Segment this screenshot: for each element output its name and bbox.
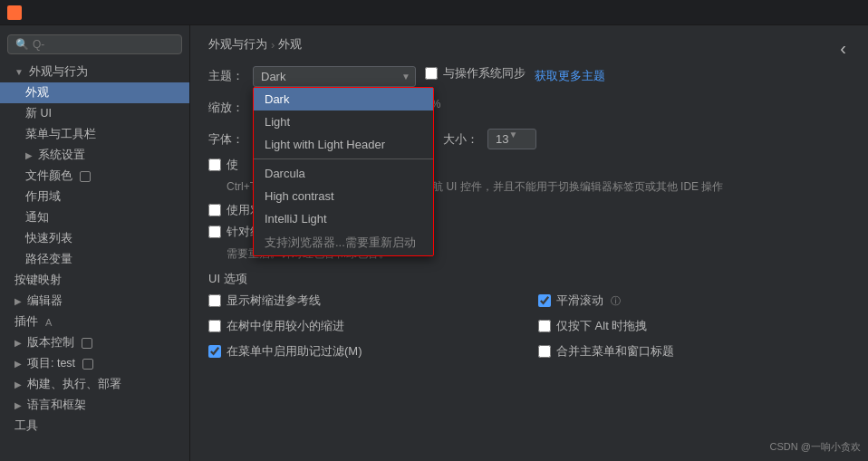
sidebar-item-label: 项目: test [27, 356, 75, 371]
main-layout: 🔍 ▼外观与行为外观新 UI菜单与工具栏▶系统设置文件颜色作用域通知快速列表路径… [0, 25, 868, 461]
sidebar-item-label: 编辑器 [27, 293, 63, 309]
sidebar-item-label: 系统设置 [38, 148, 85, 163]
ui-right-label-0: 平滑滚动 [556, 293, 603, 309]
search-icon: 🔍 [15, 38, 29, 51]
info-icon: ⓘ [611, 294, 621, 308]
sidebar-item-label: 菜单与工具栏 [25, 127, 96, 142]
arrow-icon: ▶ [14, 379, 22, 389]
sync-os-label: 与操作系统同步 [443, 65, 526, 82]
ui-right-item-1: 仅按下 Alt 时拖拽 [538, 318, 850, 334]
search-input[interactable] [33, 38, 174, 51]
back-button[interactable]: ‹ [833, 34, 854, 62]
more-themes-link[interactable]: 获取更多主题 [535, 68, 605, 84]
sidebar-item-label: 语言和框架 [27, 398, 86, 413]
dropdown-caret-icon: ▼ [401, 72, 410, 82]
sync-os-checkbox[interactable] [425, 67, 438, 80]
dropdown-item-darcula[interactable]: Darcula [254, 162, 433, 185]
theme-label: 主题： [208, 68, 244, 84]
ui-left-item-2: 在菜单中启用助记过滤(M) [208, 343, 520, 360]
arrow-icon: ▶ [14, 296, 22, 306]
ui-options-grid: 显示树缩进参考线 平滑滚动 ⓘ 在树中使用较小的缩进 仅按下 Alt 时拖拽 在… [208, 293, 850, 365]
sidebar-item-label: 作用域 [25, 189, 61, 205]
sidebar-item-menu-toolbar[interactable]: 菜单与工具栏 [0, 124, 189, 145]
size-value: 13 [496, 132, 508, 146]
sidebar-item-scope[interactable]: 作用域 [0, 187, 189, 207]
ui-options-title: UI 选项 [208, 271, 850, 287]
ui-left-label-1: 在树中使用较小的缩进 [227, 318, 344, 334]
use-ui-checkbox[interactable] [208, 158, 221, 171]
arrow-icon: ▼ [14, 67, 24, 77]
font-label: 字体： [208, 131, 244, 148]
sidebar-item-keymap[interactable]: 按键映射 [0, 270, 189, 291]
dropdown-divider [254, 158, 433, 159]
ui-left-checkbox-0[interactable] [208, 294, 221, 307]
theme-row: 主题： Dark ▼ Dark Light Light with Light H… [208, 65, 850, 87]
badge-icon [80, 171, 91, 182]
sidebar-section: ▼外观与行为外观新 UI菜单与工具栏▶系统设置文件颜色作用域通知快速列表路径变量… [0, 60, 189, 438]
sidebar-item-label: 外观与行为 [29, 64, 88, 80]
theme-select-wrapper[interactable]: Dark ▼ Dark Light Light with Light Heade… [253, 66, 416, 87]
sidebar-item-appearance-behavior[interactable]: ▼外观与行为 [0, 62, 189, 82]
sidebar-item-build-exec-deploy[interactable]: ▶构建、执行、部署 [0, 374, 189, 395]
sidebar-item-notifications[interactable]: 通知 [0, 207, 189, 228]
ui-left-item-1: 在树中使用较小的缩进 [208, 318, 520, 334]
sidebar-item-language-framework[interactable]: ▶语言和框架 [0, 395, 189, 416]
badge-icon [82, 359, 93, 370]
proportional-scrollbar-checkbox[interactable] [208, 204, 221, 216]
sidebar-item-file-colors[interactable]: 文件颜色 [0, 166, 189, 187]
sidebar-item-appearance[interactable]: 外观 [0, 82, 189, 103]
sidebar-item-quick-list[interactable]: 快速列表 [0, 228, 189, 249]
sidebar-item-path-vars[interactable]: 路径变量 [0, 249, 189, 270]
sidebar-item-system-settings[interactable]: ▶系统设置 [0, 145, 189, 166]
ui-right-item-0: 平滑滚动 ⓘ [538, 293, 850, 309]
ui-right-checkbox-0[interactable] [538, 294, 551, 307]
sidebar-item-label: 构建、执行、部署 [27, 377, 121, 392]
top-bar [0, 0, 868, 25]
ui-right-checkbox-2[interactable] [538, 345, 551, 358]
dropdown-item-high-contrast[interactable]: High contrast [254, 185, 433, 207]
ui-left-checkbox-1[interactable] [208, 320, 221, 332]
dropdown-item-dark[interactable]: Dark [254, 88, 433, 110]
sidebar-item-label: 按键映射 [14, 273, 62, 288]
breadcrumb-sep: › [271, 38, 275, 52]
dropdown-item-light[interactable]: Light [254, 110, 433, 133]
search-box[interactable]: 🔍 [7, 34, 182, 54]
arrow-icon: ▶ [14, 400, 22, 410]
sidebar-item-label: 外观 [25, 85, 49, 101]
sidebar-item-new-ui[interactable]: 新 UI [0, 103, 189, 124]
back-icon[interactable]: ‹ [840, 38, 846, 59]
sidebar-item-label: 快速列表 [25, 231, 72, 246]
sidebar-item-label: 新 UI [25, 106, 52, 121]
ui-right-item-2: 合并主菜单和窗口标题 [538, 343, 850, 360]
sidebar-item-tools[interactable]: 工具 [0, 416, 189, 437]
size-select[interactable]: 13 ▼ [487, 129, 536, 149]
arrow-icon: ▶ [25, 150, 33, 160]
sidebar-item-editor[interactable]: ▶编辑器 [0, 291, 189, 312]
breadcrumb-current: 外观 [278, 36, 302, 53]
ui-left-item-0: 显示树缩进参考线 [208, 293, 520, 309]
theme-dropdown[interactable]: Dark Light Light with Light Header Darcu… [253, 87, 434, 256]
sidebar-item-label: 版本控制 [27, 335, 74, 351]
watermark: CSDN @一响小贪欢 [770, 440, 861, 454]
dropdown-item-light-light-header[interactable]: Light with Light Header [254, 133, 433, 156]
sidebar-item-version-control[interactable]: ▶版本控制 [0, 332, 189, 353]
sidebar-item-label: 工具 [14, 418, 38, 434]
ui-right-checkbox-1[interactable] [538, 320, 551, 332]
colorblind-checkbox[interactable] [208, 226, 221, 238]
use-ui-label: 使 [227, 157, 238, 173]
dropdown-item-intellij-light[interactable]: IntelliJ Light [254, 207, 433, 230]
dropdown-item-browser[interactable]: 支持浏览器器...需要重新启动 [254, 230, 433, 255]
sidebar-item-plugins[interactable]: 插件A [0, 312, 189, 332]
zoom-label: 缩放： [208, 100, 244, 116]
arrow-icon: ▶ [14, 338, 22, 348]
ui-left-label-2: 在菜单中启用助记过滤(M) [227, 343, 362, 360]
ui-left-label-0: 显示树缩进参考线 [227, 293, 321, 309]
sidebar-item-label: 路径变量 [25, 252, 72, 267]
ui-right-label-2: 合并主菜单和窗口标题 [556, 343, 674, 360]
theme-select[interactable]: Dark ▼ [253, 66, 416, 87]
sidebar-item-project-test[interactable]: ▶项目: test [0, 353, 189, 374]
plugin-icon: A [45, 317, 52, 328]
ui-options-section: UI 选项 显示树缩进参考线 平滑滚动 ⓘ 在树中使用较小的缩进 仅按下 Alt… [208, 271, 850, 365]
size-caret-icon: ▼ [508, 130, 517, 139]
ui-left-checkbox-2[interactable] [208, 345, 221, 358]
